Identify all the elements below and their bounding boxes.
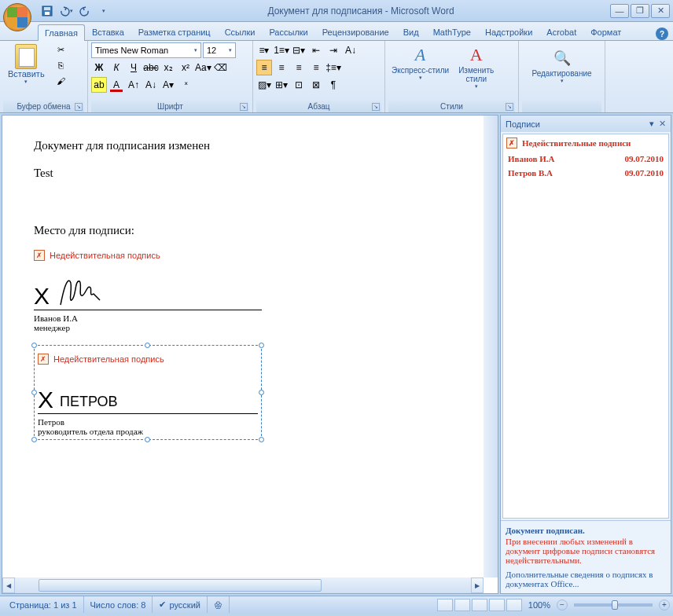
document-area[interactable]: Документ для подписания изменен Test Мес… — [2, 115, 498, 594]
tab-insert[interactable]: Вставка — [85, 24, 131, 40]
horizontal-scrollbar[interactable]: ◀ ▶ — [2, 578, 484, 593]
status-word-count[interactable]: Число слов: 8 — [84, 596, 153, 613]
tab-page-layout[interactable]: Разметка страниц — [131, 24, 218, 40]
tab-review[interactable]: Рецензирование — [315, 24, 396, 40]
status-language[interactable]: ✔русский — [153, 596, 207, 613]
qat-customize-icon[interactable]: ▾ — [96, 3, 112, 19]
sort-button[interactable]: A↓ — [343, 42, 359, 58]
grow-font-button[interactable]: A↑ — [126, 77, 142, 93]
title-bar: ▾ ▾ Документ для подписания - Microsoft … — [0, 0, 673, 22]
font-extra2-button[interactable]: ˣ — [178, 77, 193, 93]
align-center-button[interactable]: ≡ — [274, 60, 289, 75]
line-spacing-button[interactable]: ‡≡▾ — [325, 60, 341, 75]
clipboard-launcher[interactable]: ↘ — [75, 103, 83, 111]
editing-button[interactable]: 🔍 Редактирование ▾ — [528, 46, 594, 86]
tab-format[interactable]: Формат — [583, 24, 628, 40]
highlight-button[interactable]: ab — [91, 77, 107, 93]
office-button[interactable] — [3, 3, 31, 31]
hscroll-track[interactable] — [15, 578, 471, 593]
underline-button[interactable]: Ч — [126, 60, 142, 75]
status-page[interactable]: Страница: 1 из 1 — [3, 596, 84, 613]
tab-mailings[interactable]: Рассылки — [262, 24, 314, 40]
close-button[interactable]: ✕ — [651, 4, 670, 18]
minimize-button[interactable]: — — [610, 4, 629, 18]
scroll-left-button[interactable]: ◀ — [2, 578, 15, 593]
shading-button[interactable]: ▨▾ — [256, 77, 272, 93]
spellcheck-icon: ✔ — [159, 600, 166, 610]
change-case-button[interactable]: Aa▾ — [195, 60, 211, 75]
show-marks-button[interactable]: ¶ — [325, 77, 341, 93]
redo-icon[interactable] — [77, 3, 93, 19]
scroll-right-button[interactable]: ▶ — [471, 578, 484, 593]
view-outline-button[interactable] — [489, 599, 505, 611]
numbering-button[interactable]: 1≡▾ — [274, 42, 289, 58]
panel-signature-row[interactable]: Петров В.А 09.07.2010 — [506, 166, 665, 180]
paragraph-launcher[interactable]: ↘ — [372, 103, 380, 111]
group-label-clipboard: Буфер обмена↘ — [3, 101, 84, 112]
panel-signature-row[interactable]: Иванов И.А 09.07.2010 — [506, 152, 665, 166]
justify-button[interactable]: ≡ — [308, 60, 324, 75]
panel-footer-title: Документ подписан. — [506, 526, 666, 535]
signature-box-2[interactable]: ✗ Недействительная подпись X ПЕТРОВ Петр… — [34, 345, 262, 440]
font-launcher[interactable]: ↘ — [240, 103, 248, 111]
format-painter-icon[interactable]: 🖌 — [53, 74, 70, 88]
borders-button[interactable]: ⊞▾ — [274, 77, 289, 93]
font-size-combo[interactable]: 12▾ — [203, 42, 236, 58]
zoom-out-button[interactable]: − — [557, 600, 568, 610]
panel-close-icon[interactable]: ✕ — [659, 119, 666, 129]
tab-view[interactable]: Вид — [396, 24, 426, 40]
zoom-thumb[interactable] — [612, 600, 618, 610]
align-right-button[interactable]: ≡ — [291, 60, 307, 75]
paste-button[interactable]: Вставить ▾ — [3, 42, 50, 86]
quick-styles-button[interactable]: A Экспресс-стили ▾ — [388, 42, 452, 82]
tab-references[interactable]: Ссылки — [218, 24, 263, 40]
signature-box-1[interactable]: X Иванов И.А менеджер — [34, 266, 262, 332]
panel-footer-link[interactable]: Дополнительные сведения о подписях в док… — [506, 570, 666, 588]
font-extra-button[interactable]: A▾ — [160, 77, 176, 93]
cut-icon[interactable]: ✂ — [53, 42, 70, 57]
strikethrough-button[interactable]: abc — [143, 60, 159, 75]
styles-launcher[interactable]: ↘ — [506, 103, 513, 111]
undo-icon[interactable]: ▾ — [58, 3, 74, 19]
signature-x-icon: X — [34, 283, 50, 310]
panel-menu-icon[interactable]: ▾ — [649, 119, 654, 129]
shrink-font-button[interactable]: A↓ — [143, 77, 159, 93]
copy-icon[interactable]: ⎘ — [53, 58, 70, 72]
bold-button[interactable]: Ж — [91, 60, 107, 75]
decrease-indent-button[interactable]: ⇤ — [308, 42, 324, 58]
view-draft-button[interactable] — [506, 599, 522, 611]
view-web-button[interactable] — [472, 599, 487, 611]
zoom-slider[interactable] — [574, 603, 653, 607]
tab-home[interactable]: Главная — [38, 24, 85, 41]
zoom-level[interactable]: 100% — [528, 600, 550, 610]
bullets-button[interactable]: ≡▾ — [256, 42, 272, 58]
align-left-button[interactable]: ≡ — [256, 60, 272, 75]
para-extra2-button[interactable]: ⊠ — [308, 77, 324, 93]
panel-body: ✗ Недействительные подписи Иванов И.А 09… — [502, 134, 669, 519]
vertical-scrollbar[interactable] — [484, 116, 498, 578]
group-label-editing — [522, 101, 601, 112]
superscript-button[interactable]: x² — [178, 60, 193, 75]
para-extra1-button[interactable]: ⊡ — [291, 77, 307, 93]
subscript-button[interactable]: x₂ — [160, 60, 176, 75]
help-icon[interactable]: ? — [656, 28, 668, 40]
zoom-in-button[interactable]: + — [659, 600, 670, 610]
status-signature-icon[interactable]: 🏵 — [208, 596, 230, 613]
hscroll-thumb[interactable] — [39, 579, 322, 592]
tab-acrobat[interactable]: Acrobat — [539, 24, 583, 40]
tab-mathtype[interactable]: MathType — [426, 24, 478, 40]
clear-formatting-button[interactable]: ⌫ — [213, 60, 229, 75]
view-fullscreen-button[interactable] — [454, 599, 470, 611]
font-color-button[interactable]: A — [108, 77, 124, 93]
font-name-combo[interactable]: Times New Roman▾ — [91, 42, 201, 58]
change-styles-button[interactable]: A Изменить стили ▾ — [455, 42, 497, 91]
panel-row-date: 09.07.2010 — [625, 168, 664, 178]
tab-addins[interactable]: Надстройки — [478, 24, 539, 40]
maximize-button[interactable]: ❐ — [631, 4, 649, 18]
view-print-layout-button[interactable] — [437, 599, 453, 611]
italic-button[interactable]: К — [108, 60, 124, 75]
svg-rect-2 — [45, 12, 50, 15]
multilevel-button[interactable]: ⊟▾ — [291, 42, 307, 58]
save-icon[interactable] — [39, 3, 55, 19]
increase-indent-button[interactable]: ⇥ — [325, 42, 341, 58]
